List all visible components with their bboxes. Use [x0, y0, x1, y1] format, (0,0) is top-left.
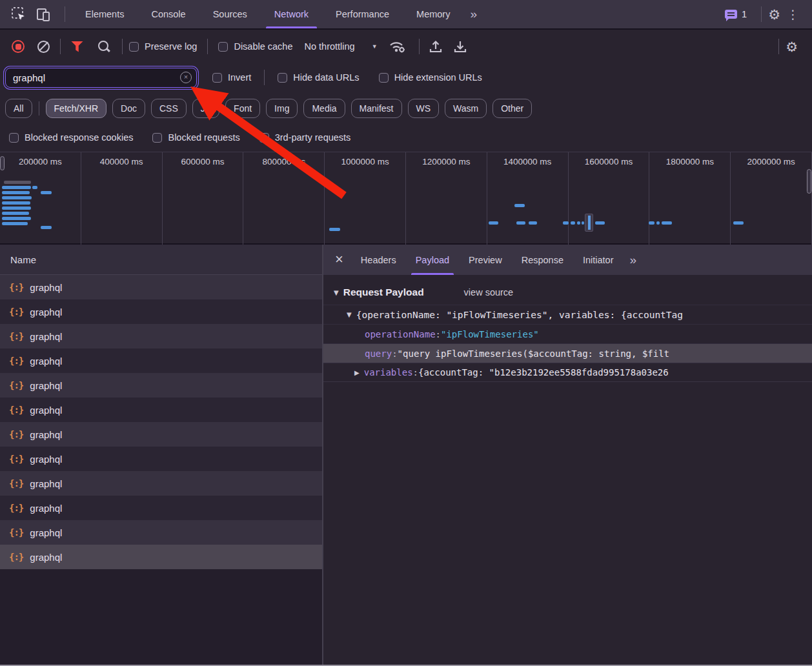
request-row[interactable]: {:}graphql [0, 520, 322, 545]
details-tab-initiator[interactable]: Initiator [573, 245, 624, 275]
type-chip-doc[interactable]: Doc [112, 99, 145, 118]
type-chip-other[interactable]: Other [492, 99, 532, 118]
main-tab-sources[interactable]: Sources [199, 0, 261, 28]
request-row[interactable]: {:}graphql [0, 373, 322, 398]
waterfall-bar [329, 228, 340, 231]
chevron-down-icon: ▼ [372, 43, 378, 50]
checkbox-box[interactable] [278, 73, 287, 83]
network-overview-timeline[interactable]: 200000 ms400000 ms600000 ms800000 ms1000… [0, 152, 812, 245]
filter-icon[interactable] [71, 41, 83, 52]
main-tab-console[interactable]: Console [137, 0, 199, 28]
main-tab-elements[interactable]: Elements [72, 0, 137, 28]
search-icon[interactable] [97, 40, 110, 53]
clear-button[interactable] [37, 41, 50, 53]
more-tabs-icon[interactable]: » [624, 253, 642, 267]
blocked-requests-checkbox[interactable]: Blocked requests [152, 132, 239, 143]
request-row[interactable]: {:}graphql [0, 422, 322, 447]
network-settings-gear-icon[interactable]: ⚙ [786, 40, 798, 54]
type-chip-wasm[interactable]: Wasm [445, 99, 487, 118]
close-icon[interactable]: × [330, 252, 351, 268]
type-chip-media[interactable]: Media [303, 99, 345, 118]
throttling-select[interactable]: No throttling ▼ [304, 41, 387, 52]
checkbox-box[interactable] [9, 133, 19, 143]
type-chip-ws[interactable]: WS [408, 99, 440, 118]
third-party-checkbox[interactable]: 3rd-party requests [259, 132, 351, 143]
device-toolbar-icon[interactable] [34, 5, 53, 24]
request-row[interactable]: {:}graphql [0, 471, 322, 496]
filter-row: × Invert Hide data URLs Hide extension U… [0, 62, 812, 93]
waterfall-bar [2, 217, 31, 220]
checkbox-box[interactable] [152, 133, 162, 143]
expand-triangle-icon[interactable]: ▶ [354, 369, 360, 376]
preserve-log-label: Preserve log [145, 41, 197, 52]
waterfall-bar [2, 222, 28, 225]
fetch-xhr-icon: {:} [9, 380, 23, 390]
request-row[interactable]: {:}graphql [0, 545, 322, 569]
collapse-triangle-icon[interactable]: ▼ [334, 289, 339, 296]
request-row[interactable]: {:}graphql [0, 348, 322, 373]
request-row[interactable]: {:}graphql [0, 398, 322, 422]
checkbox-box[interactable] [129, 42, 139, 52]
collapse-triangle-icon[interactable]: ▼ [347, 311, 352, 318]
type-chip-js[interactable]: JS [192, 99, 219, 118]
disable-cache-checkbox[interactable]: Disable cache [218, 41, 292, 52]
request-row[interactable]: {:}graphql [0, 299, 322, 324]
details-tab-headers[interactable]: Headers [351, 245, 406, 275]
record-button[interactable] [12, 40, 25, 53]
export-har-icon[interactable] [451, 37, 470, 56]
checkbox-box[interactable] [212, 73, 222, 83]
main-tab-network[interactable]: Network [261, 0, 322, 28]
request-payload-section[interactable]: ▼ Request Payload view source [323, 280, 812, 305]
type-chip-img[interactable]: Img [266, 99, 298, 118]
details-tab-preview[interactable]: Preview [459, 245, 512, 275]
payload-row-variables[interactable]: ▶variables: {accountTag: "b12e3b2192ee55… [323, 363, 812, 382]
filter-input[interactable] [6, 72, 180, 83]
preserve-log-checkbox[interactable]: Preserve log [129, 41, 197, 52]
issues-icon[interactable] [725, 10, 737, 19]
request-type-filters: AllFetch/XHRDocCSSJSFontImgMediaManifest… [0, 94, 812, 123]
payload-key: query [365, 348, 392, 359]
type-chip-all[interactable]: All [5, 99, 32, 118]
overview-column: 1600000 ms [569, 152, 650, 245]
name-column-header[interactable]: Name [0, 245, 322, 275]
details-tab-payload[interactable]: Payload [406, 245, 459, 275]
import-har-icon[interactable] [426, 37, 445, 56]
colon: : [436, 329, 441, 339]
clear-filter-icon[interactable]: × [180, 72, 192, 83]
hide-extension-urls-checkbox[interactable]: Hide extension URLs [379, 72, 482, 83]
checkbox-box[interactable] [218, 42, 228, 52]
request-row[interactable]: {:}graphql [0, 324, 322, 348]
network-conditions-icon[interactable] [388, 37, 407, 56]
details-tab-response[interactable]: Response [512, 245, 573, 275]
main-tab-performance[interactable]: Performance [322, 0, 403, 28]
view-source-link[interactable]: view source [464, 287, 514, 298]
inspect-element-icon[interactable] [9, 5, 28, 24]
request-row[interactable]: {:}graphql [0, 496, 322, 520]
payload-summary-row[interactable]: ▼ {operationName: "ipFlowTimeseries", va… [323, 305, 812, 324]
blocked-cookies-label: Blocked response cookies [25, 132, 133, 143]
waterfall-bar [2, 196, 32, 199]
hide-data-urls-checkbox[interactable]: Hide data URLs [278, 72, 359, 83]
payload-row-query[interactable]: query: "query ipFlowTimeseries($accountT… [323, 343, 812, 363]
request-row[interactable]: {:}graphql [0, 447, 322, 471]
type-chip-fetchxhr[interactable]: Fetch/XHR [46, 99, 107, 118]
payload-value: "ipFlowTimeseries" [441, 329, 539, 339]
section-title: Request Payload [343, 287, 424, 298]
checkbox-box[interactable] [259, 133, 269, 143]
overview-column: 1200000 ms [406, 152, 487, 245]
checkbox-box[interactable] [379, 73, 389, 83]
invert-checkbox[interactable]: Invert [212, 72, 251, 83]
blocked-cookies-checkbox[interactable]: Blocked response cookies [9, 132, 133, 143]
main-tab-memory[interactable]: Memory [403, 0, 463, 28]
issues-count: 1 [742, 9, 747, 19]
kebab-menu-icon[interactable]: ⋮ [780, 7, 806, 22]
type-chip-font[interactable]: Font [225, 99, 260, 118]
more-tabs-icon[interactable]: » [463, 7, 482, 21]
type-chip-manifest[interactable]: Manifest [351, 99, 402, 118]
payload-row-operationName[interactable]: operationName: "ipFlowTimeseries" [323, 324, 812, 343]
waterfall-bar [514, 204, 525, 207]
request-row[interactable]: {:}graphql [0, 275, 322, 299]
type-chip-css[interactable]: CSS [151, 99, 187, 118]
settings-gear-icon[interactable]: ⚙ [768, 8, 780, 21]
request-name: graphql [30, 527, 62, 538]
